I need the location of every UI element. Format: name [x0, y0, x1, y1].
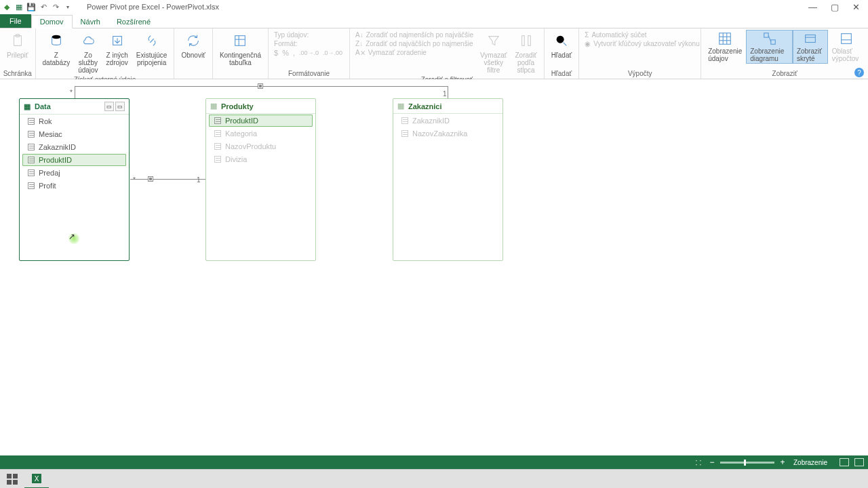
table-produkty[interactable]: ▦ Produkty ProduktID Kategoria NazovProd…: [205, 98, 316, 261]
tab-file[interactable]: File: [0, 14, 31, 28]
cloud-icon: [79, 31, 98, 50]
table-header[interactable]: ▦ Produkty: [206, 99, 315, 114]
svg-point-9: [557, 36, 564, 43]
from-other-button[interactable]: Z iných zdrojov: [102, 30, 132, 68]
field-rok[interactable]: Rok: [22, 115, 126, 127]
table-action-icon-1[interactable]: ▭: [104, 102, 114, 111]
field-zakaznikid[interactable]: ZakaznikID: [22, 141, 126, 153]
tab-rozsirene[interactable]: Rozšírené: [108, 16, 159, 28]
tab-domov[interactable]: Domov: [31, 15, 73, 28]
field-mesiac[interactable]: Mesiac: [22, 128, 126, 140]
sort-asc-icon: A↓: [355, 31, 363, 39]
existing-connections-button[interactable]: Existujúce pripojenia: [132, 30, 172, 68]
title-bar: ◆ ▦ 💾 ↶ ↷ ▾ Power Pivot pre Excel - Powe…: [0, 0, 868, 14]
drag-handle-icon: ⸬: [696, 458, 701, 467]
increase-decimal-icon: .00→.0: [299, 49, 319, 56]
clear-sort-button: A⨯Vymazať zoradenie: [355, 49, 473, 56]
refresh-icon: [184, 31, 203, 50]
relationship-handle[interactable]: [149, 177, 153, 181]
cursor-highlight: [68, 232, 80, 245]
field-zakaznikid[interactable]: ZakaznikID: [396, 115, 500, 127]
zoom-out-button[interactable]: −: [708, 458, 716, 466]
refresh-button[interactable]: Obnoviť: [177, 30, 209, 60]
save-icon[interactable]: 💾: [26, 1, 37, 12]
svg-rect-19: [805, 35, 815, 43]
sort-by-column-button: Zoradiť podľa stĺpca: [511, 30, 541, 75]
view-switcher[interactable]: [840, 458, 864, 466]
diagram-canvas[interactable]: * 1 * 1 ▦ Data ▭▭ Rok Mesiac ZakaznikID …: [0, 79, 868, 455]
svg-line-10: [564, 43, 567, 46]
start-button[interactable]: [0, 470, 24, 489]
comma-icon: ,: [293, 49, 295, 57]
field-nazovproduktu[interactable]: NazovProduktu: [209, 140, 313, 152]
data-view-button[interactable]: Zobrazenie údajov: [704, 30, 746, 64]
ribbon-group-obnovit: Obnoviť: [174, 28, 212, 79]
taskbar-excel[interactable]: X: [24, 470, 49, 489]
svg-rect-7: [521, 36, 524, 46]
qat-dropdown-icon[interactable]: ▾: [62, 1, 73, 12]
diagram-view-icon[interactable]: [854, 458, 864, 466]
clipboard-icon: [8, 31, 27, 50]
find-button[interactable]: Hľadať: [547, 30, 576, 60]
table-header[interactable]: ▦ Data ▭▭: [20, 99, 129, 115]
zoom-slider[interactable]: [720, 462, 774, 464]
relationship-line[interactable]: [130, 179, 206, 180]
help-icon[interactable]: ?: [854, 68, 864, 77]
data-view-icon[interactable]: [840, 458, 849, 466]
percent-icon: %: [282, 49, 289, 57]
table-action-icon-2[interactable]: ▭: [115, 102, 125, 111]
sort-column-icon: [517, 31, 536, 50]
calc-area-icon: [837, 31, 855, 46]
ribbon-group-ziskat: Z databázy Zo služby údajov Z iných zdro…: [36, 28, 175, 79]
field-kategoria[interactable]: Kategoria: [209, 127, 313, 140]
field-produktid[interactable]: ProduktID: [22, 154, 126, 166]
zoom-thumb[interactable]: [744, 460, 746, 466]
view-mode-label: Zobrazenie: [793, 459, 827, 466]
status-bar: ⸬ − + Zobrazenie: [0, 455, 868, 469]
diagram-view-button[interactable]: Zobrazenie diagramu: [746, 30, 793, 64]
relationship-handle-2[interactable]: [258, 84, 262, 88]
database-icon: [47, 31, 66, 50]
relationship-line-vertical[interactable]: [75, 86, 75, 98]
redo-icon[interactable]: ↷: [50, 1, 61, 12]
svg-point-2: [52, 35, 60, 39]
relationship-line-down[interactable]: [448, 86, 448, 98]
create-kpi-button: ◉Vytvoriť kľúčový ukazovateľ výkonu: [585, 40, 700, 47]
svg-rect-25: [7, 480, 12, 485]
pivottable-button[interactable]: Kontingenčná tabuľka: [216, 30, 265, 68]
table-zakaznici[interactable]: ▦ Zakaznici ZakaznikID NazovZakaznika: [393, 98, 503, 261]
decrease-decimal-icon: .0→.00: [323, 49, 342, 56]
from-database-button[interactable]: Z databázy: [39, 30, 75, 68]
ribbon-tabs: File Domov Návrh Rozšírené: [0, 14, 868, 28]
table-header[interactable]: ▦ Zakaznici: [393, 99, 502, 114]
show-hidden-button[interactable]: Zobraziť skryté: [793, 30, 828, 64]
tab-navrh[interactable]: Návrh: [73, 16, 108, 28]
autosum-button: ΣAutomatický súčet: [585, 31, 700, 39]
svg-rect-16: [764, 33, 768, 37]
field-produktid[interactable]: ProduktID: [209, 115, 313, 127]
diagram-icon: [761, 31, 778, 46]
field-divizia[interactable]: Divizia: [209, 153, 313, 165]
calc-area-button: Oblasť výpočtov: [828, 30, 865, 64]
field-nazovzakaznika[interactable]: NazovZakaznika: [396, 127, 500, 140]
svg-text:X: X: [35, 475, 39, 483]
zoom-control[interactable]: − +: [708, 458, 787, 466]
close-button[interactable]: ✕: [852, 2, 860, 12]
zoom-in-button[interactable]: +: [778, 458, 787, 466]
paste-button: Prilepiť: [3, 30, 33, 60]
field-predaj[interactable]: Predaj: [22, 167, 126, 179]
undo-icon[interactable]: ↶: [38, 1, 49, 12]
excel-icon: ▦: [14, 1, 24, 12]
datatype-label: Typ údajov:: [274, 31, 342, 39]
window-title: Power Pivot pre Excel - PowerPivot.xlsx: [73, 3, 808, 11]
ribbon: Prilepiť Schránka Z databázy Zo služby ú…: [0, 28, 868, 79]
minimize-button[interactable]: —: [808, 2, 817, 12]
field-profit[interactable]: Profit: [22, 180, 126, 192]
clear-sort-icon: A⨯: [355, 49, 366, 56]
from-service-button[interactable]: Zo služby údajov: [74, 30, 102, 75]
rel-one-marker-2: 1: [443, 90, 447, 98]
maximize-button[interactable]: ▢: [831, 2, 839, 12]
svg-rect-17: [770, 40, 774, 44]
ribbon-group-zobrazit: Zobrazenie údajov Zobrazenie diagramu Zo…: [701, 28, 868, 79]
svg-line-18: [768, 35, 771, 41]
